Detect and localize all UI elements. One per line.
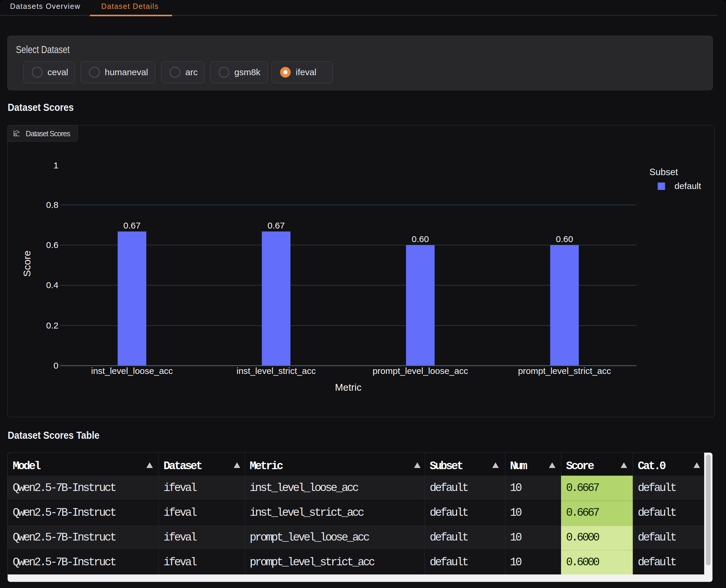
svg-text:Score: Score [21, 251, 33, 277]
svg-text:prompt_level_strict_acc: prompt_level_strict_acc [518, 366, 611, 376]
svg-text:0.67: 0.67 [123, 220, 140, 230]
svg-text:Metric: Metric [335, 382, 362, 393]
svg-text:0.4: 0.4 [46, 280, 58, 290]
svg-text:inst_level_strict_acc: inst_level_strict_acc [236, 366, 316, 376]
svg-text:default: default [674, 181, 702, 191]
svg-text:Subset: Subset [649, 167, 678, 177]
svg-text:0.60: 0.60 [556, 234, 573, 244]
svg-text:0.8: 0.8 [46, 200, 58, 210]
svg-text:prompt_level_loose_acc: prompt_level_loose_acc [372, 366, 468, 376]
svg-text:inst_level_loose_acc: inst_level_loose_acc [91, 366, 173, 376]
svg-text:1: 1 [54, 161, 58, 170]
svg-text:0: 0 [54, 361, 58, 370]
svg-text:0.2: 0.2 [46, 320, 58, 330]
svg-text:0.67: 0.67 [268, 220, 285, 230]
svg-text:0.6: 0.6 [46, 240, 58, 250]
svg-text:0.60: 0.60 [412, 234, 429, 244]
